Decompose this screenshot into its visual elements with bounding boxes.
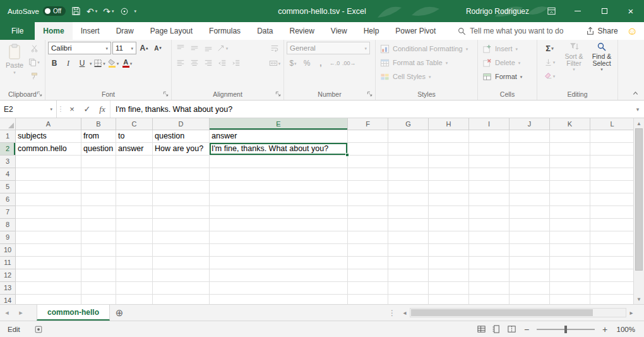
cell-H4[interactable]: [429, 168, 469, 181]
align-center-button[interactable]: [188, 57, 201, 70]
cell-H13[interactable]: [429, 282, 469, 295]
cell-styles-button[interactable]: Cell Styles▾: [378, 70, 475, 83]
column-header-F[interactable]: F: [348, 118, 388, 130]
borders-button[interactable]: ▾: [93, 57, 106, 70]
cell-C8[interactable]: [116, 219, 153, 231]
cell-E1[interactable]: answer: [210, 130, 348, 143]
cell-C14[interactable]: [116, 295, 153, 304]
collapse-ribbon-button[interactable]: [632, 90, 639, 97]
copy-button[interactable]: ▾: [28, 56, 40, 68]
vertical-scroll-thumb[interactable]: [635, 128, 643, 271]
cell-L1[interactable]: [590, 130, 633, 143]
vertical-scroll-track[interactable]: [634, 128, 644, 294]
cell-E4[interactable]: [210, 168, 348, 181]
sheet-nav-right-button[interactable]: ▸: [14, 305, 28, 321]
page-layout-view-button[interactable]: [492, 324, 501, 334]
ribbon-display-options-button[interactable]: [538, 0, 564, 22]
row-header-5[interactable]: 5: [0, 181, 16, 193]
column-header-E[interactable]: E: [210, 118, 348, 130]
cell-K6[interactable]: [550, 193, 590, 206]
row-header-1[interactable]: 1: [0, 130, 16, 143]
cell-C11[interactable]: [116, 257, 153, 269]
cell-A6[interactable]: [16, 193, 81, 206]
cell-E7[interactable]: [210, 206, 348, 219]
font-size-combobox[interactable]: 11▾: [112, 42, 136, 54]
format-as-table-button[interactable]: Format as Table▾: [378, 56, 475, 70]
cell-B12[interactable]: [81, 269, 116, 282]
delete-cells-button[interactable]: Delete▾: [480, 56, 534, 70]
zoom-level[interactable]: 100%: [615, 326, 635, 333]
cell-K8[interactable]: [550, 219, 590, 231]
align-right-button[interactable]: [202, 57, 215, 70]
cell-E2[interactable]: I'm fine, thanks. What about you?: [210, 143, 348, 156]
tab-insert[interactable]: Insert: [73, 22, 108, 40]
cell-H12[interactable]: [429, 269, 469, 282]
cell-I6[interactable]: [469, 193, 510, 206]
cell-A2[interactable]: common.hello: [16, 143, 81, 156]
column-header-J[interactable]: J: [510, 118, 550, 130]
cell-G10[interactable]: [388, 244, 429, 257]
cell-H1[interactable]: [429, 130, 469, 143]
cell-F3[interactable]: [348, 156, 388, 168]
cell-J6[interactable]: [510, 193, 550, 206]
cell-E9[interactable]: [210, 231, 348, 244]
zoom-slider-thumb[interactable]: [564, 326, 567, 333]
tell-me-search[interactable]: Tell me what you want to do: [458, 22, 563, 40]
cell-F10[interactable]: [348, 244, 388, 257]
increase-font-size-button[interactable]: A▴: [138, 42, 150, 54]
cell-B1[interactable]: from: [81, 130, 116, 143]
row-header-9[interactable]: 9: [0, 231, 16, 244]
feedback-smiley-icon[interactable]: ☺: [627, 26, 638, 37]
cell-D11[interactable]: [153, 257, 210, 269]
cell-E5[interactable]: [210, 181, 348, 193]
cell-L2[interactable]: [590, 143, 633, 156]
cell-H8[interactable]: [429, 219, 469, 231]
italic-button[interactable]: I: [62, 57, 75, 70]
cell-G4[interactable]: [388, 168, 429, 181]
share-button[interactable]: Share: [586, 27, 618, 35]
page-break-view-button[interactable]: [507, 324, 516, 334]
comma-style-button[interactable]: ,: [314, 57, 327, 70]
cell-H7[interactable]: [429, 206, 469, 219]
cell-J11[interactable]: [510, 257, 550, 269]
cell-L6[interactable]: [590, 193, 633, 206]
tab-review[interactable]: Review: [281, 22, 322, 40]
cell-F7[interactable]: [348, 206, 388, 219]
cell-H14[interactable]: [429, 295, 469, 304]
format-cells-button[interactable]: Format▾: [480, 70, 534, 83]
cell-J3[interactable]: [510, 156, 550, 168]
bold-button[interactable]: B: [48, 57, 61, 70]
cell-I12[interactable]: [469, 269, 510, 282]
cut-button[interactable]: [28, 42, 40, 54]
cell-C6[interactable]: [116, 193, 153, 206]
scroll-up-button[interactable]: ▲: [634, 118, 644, 128]
column-header-A[interactable]: A: [16, 118, 81, 130]
cell-B11[interactable]: [81, 257, 116, 269]
cell-K5[interactable]: [550, 181, 590, 193]
cell-C13[interactable]: [116, 282, 153, 295]
cell-F14[interactable]: [348, 295, 388, 304]
cell-E6[interactable]: [210, 193, 348, 206]
cell-F2[interactable]: [348, 143, 388, 156]
cell-B9[interactable]: [81, 231, 116, 244]
cell-L12[interactable]: [590, 269, 633, 282]
row-header-7[interactable]: 7: [0, 206, 16, 219]
fill-button[interactable]: ▾: [540, 56, 559, 68]
customize-quick-access-button[interactable]: ▾: [134, 9, 137, 13]
cell-L14[interactable]: [590, 295, 633, 304]
cell-I10[interactable]: [469, 244, 510, 257]
insert-function-button[interactable]: fx: [95, 101, 110, 118]
cell-A7[interactable]: [16, 206, 81, 219]
tab-home[interactable]: Home: [35, 22, 72, 40]
cell-F13[interactable]: [348, 282, 388, 295]
cell-F6[interactable]: [348, 193, 388, 206]
cell-L11[interactable]: [590, 257, 633, 269]
cell-L9[interactable]: [590, 231, 633, 244]
cell-G5[interactable]: [388, 181, 429, 193]
cell-L3[interactable]: [590, 156, 633, 168]
orientation-button[interactable]: ▾: [216, 42, 229, 54]
cell-D14[interactable]: [153, 295, 210, 304]
cell-E14[interactable]: [210, 295, 348, 304]
wrap-text-button[interactable]: [268, 42, 281, 54]
cell-B6[interactable]: [81, 193, 116, 206]
